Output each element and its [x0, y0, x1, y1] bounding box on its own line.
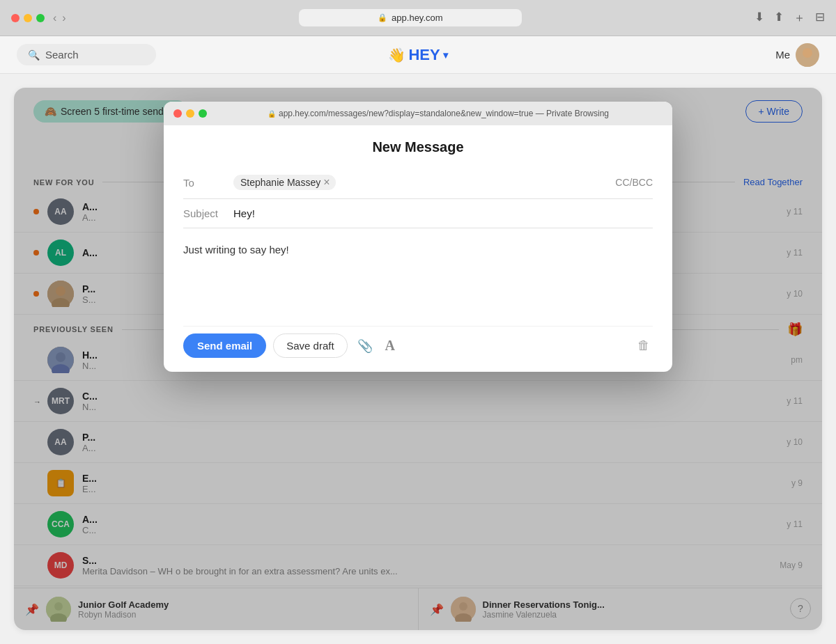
browser-actions: ⬇ ⬆ ＋ ⊟: [754, 10, 825, 26]
compose-lock-icon: 🔒: [268, 110, 276, 118]
to-label: To: [183, 177, 225, 189]
to-field: To Stephanie Massey × CC/BCC: [183, 166, 653, 199]
browser-chrome: ‹ › 🔒 app.hey.com ⬇ ⬆ ＋ ⊟: [0, 0, 836, 36]
hey-logo[interactable]: 👋 HEY ▾: [388, 46, 447, 64]
svg-point-1: [799, 58, 816, 67]
compose-url-text: app.hey.com/messages/new?display=standal…: [279, 109, 609, 118]
imbox-panel: 🙈 Screen 5 first-time senders + Write Im…: [14, 88, 822, 630]
traffic-lights: [11, 14, 45, 22]
compose-url: 🔒 app.hey.com/messages/new?display=stand…: [214, 109, 663, 118]
compose-titlebar: 🔒 app.hey.com/messages/new?display=stand…: [164, 102, 672, 125]
search-label: Search: [45, 49, 79, 61]
delete-draft-icon[interactable]: 🗑: [635, 336, 653, 356]
compose-modal-overlay: 🔒 app.hey.com/messages/new?display=stand…: [14, 88, 822, 630]
compose-close-button[interactable]: [173, 109, 182, 118]
close-button[interactable]: [11, 14, 20, 22]
new-tab-icon[interactable]: ＋: [794, 10, 805, 26]
subject-field: Subject Hey!: [183, 199, 653, 228]
compose-traffic-lights: [173, 109, 207, 118]
svg-point-0: [803, 48, 812, 58]
download-icon[interactable]: ⬇: [754, 10, 764, 26]
maximize-button[interactable]: [36, 14, 45, 22]
remove-recipient-button[interactable]: ×: [323, 177, 330, 188]
search-bar[interactable]: 🔍 Search: [17, 44, 156, 65]
to-value: Stephanie Massey ×: [233, 175, 607, 190]
compose-window: 🔒 app.hey.com/messages/new?display=stand…: [164, 102, 672, 372]
chevron-down-icon: ▾: [443, 49, 448, 61]
compose-toolbar: Send email Save draft 📎 A 🗑: [183, 326, 653, 358]
app-bar: 🔍 Search 👋 HEY ▾ Me: [0, 36, 836, 74]
recipient-tag: Stephanie Massey ×: [233, 175, 336, 190]
user-avatar: [796, 43, 819, 67]
back-icon[interactable]: ‹: [53, 12, 56, 24]
compose-maximize-button[interactable]: [199, 109, 207, 118]
compose-minimize-button[interactable]: [186, 109, 194, 118]
subject-label: Subject: [183, 207, 225, 219]
save-draft-button[interactable]: Save draft: [273, 333, 347, 358]
message-text: Just writing to say hey!: [183, 244, 289, 256]
subject-text: Hey!: [233, 207, 255, 219]
send-email-button[interactable]: Send email: [183, 333, 266, 358]
format-icon[interactable]: A: [382, 335, 398, 356]
compose-body: New Message To Stephanie Massey × CC/BCC: [164, 125, 672, 372]
url-text: app.hey.com: [392, 13, 442, 23]
me-label: Me: [775, 49, 790, 61]
nav-controls: ‹ ›: [53, 12, 66, 24]
logo-text: HEY: [408, 46, 440, 64]
address-bar[interactable]: 🔒 app.hey.com: [75, 9, 746, 26]
cc-bcc-button[interactable]: CC/BCC: [615, 177, 653, 188]
logo-emoji: 👋: [388, 47, 405, 63]
compose-message-body[interactable]: Just writing to say hey!: [183, 228, 653, 326]
me-section[interactable]: Me: [775, 43, 819, 67]
lock-icon: 🔒: [378, 13, 387, 22]
recipient-name: Stephanie Massey: [240, 177, 320, 188]
sidebar-icon[interactable]: ⊟: [815, 10, 825, 26]
attachment-icon[interactable]: 📎: [355, 336, 376, 356]
minimize-button[interactable]: [24, 14, 32, 22]
compose-title: New Message: [183, 125, 653, 166]
main-content: 🙈 Screen 5 first-time senders + Write Im…: [0, 74, 836, 644]
forward-icon[interactable]: ›: [62, 12, 65, 24]
share-icon[interactable]: ⬆: [774, 10, 784, 26]
search-icon: 🔍: [28, 49, 40, 61]
subject-value[interactable]: Hey!: [233, 207, 653, 219]
